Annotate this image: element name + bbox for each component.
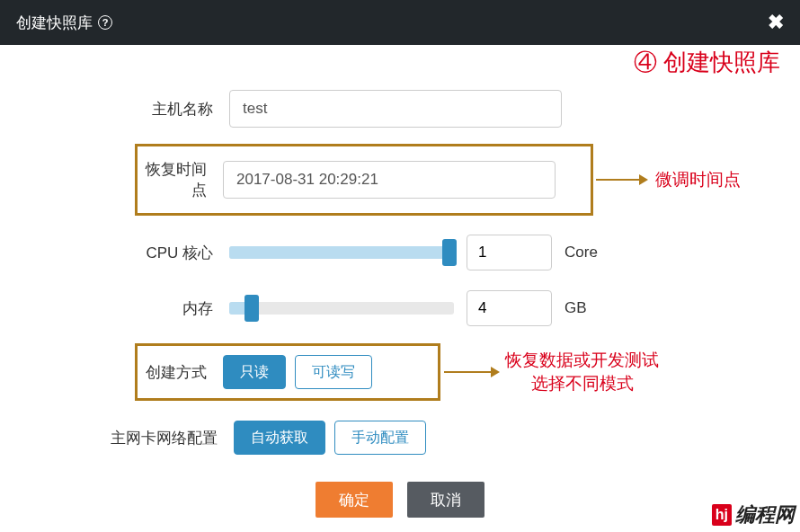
arrow-icon bbox=[444, 367, 500, 377]
restore-time-label: 恢复时间点 bbox=[138, 159, 223, 200]
restore-time-input[interactable] bbox=[223, 161, 556, 199]
cpu-unit: Core bbox=[564, 244, 598, 262]
cpu-label: CPU 核心 bbox=[0, 243, 229, 263]
form: 主机名称 恢复时间点 微调时间点 CPU 核心 Core 内存 bbox=[0, 45, 800, 518]
modal-header: 创建快照库 ? ✖ bbox=[0, 0, 800, 45]
watermark: hj 编程网 bbox=[712, 501, 795, 528]
restore-time-highlight: 恢复时间点 微调时间点 bbox=[135, 144, 593, 216]
watermark-badge: hj bbox=[712, 504, 732, 526]
modal-title: 创建快照库 bbox=[16, 13, 93, 33]
host-name-input[interactable] bbox=[229, 90, 562, 128]
confirm-button[interactable]: 确定 bbox=[316, 482, 393, 518]
create-mode-highlight: 创建方式 只读 可读写 bbox=[135, 343, 440, 401]
help-icon[interactable]: ? bbox=[98, 15, 112, 30]
memory-slider[interactable] bbox=[229, 302, 454, 315]
host-name-label: 主机名称 bbox=[0, 99, 229, 120]
annotation-step-4: ④ 创建快照库 bbox=[634, 47, 780, 78]
cpu-value-input[interactable] bbox=[467, 235, 552, 270]
watermark-text: 编程网 bbox=[735, 501, 795, 528]
network-config-label: 主网卡网络配置 bbox=[0, 428, 234, 448]
network-auto-button[interactable]: 自动获取 bbox=[234, 421, 325, 455]
annotation-mode-note: 恢复数据或开发测试 选择不同模式 bbox=[505, 349, 659, 395]
network-manual-button[interactable]: 手动配置 bbox=[334, 421, 426, 455]
cancel-button[interactable]: 取消 bbox=[407, 482, 484, 518]
arrow-icon bbox=[596, 174, 648, 185]
modal-footer: 确定 取消 bbox=[0, 482, 800, 518]
annotation-time-tune: 微调时间点 bbox=[655, 168, 741, 191]
close-icon[interactable]: ✖ bbox=[768, 11, 784, 34]
mode-readwrite-button[interactable]: 可读写 bbox=[295, 355, 372, 389]
memory-label: 内存 bbox=[0, 298, 229, 319]
cpu-slider[interactable] bbox=[229, 246, 454, 259]
memory-value-input[interactable] bbox=[467, 290, 552, 326]
create-mode-label: 创建方式 bbox=[138, 362, 223, 383]
mode-readonly-button[interactable]: 只读 bbox=[223, 355, 286, 389]
memory-unit: GB bbox=[564, 299, 587, 317]
